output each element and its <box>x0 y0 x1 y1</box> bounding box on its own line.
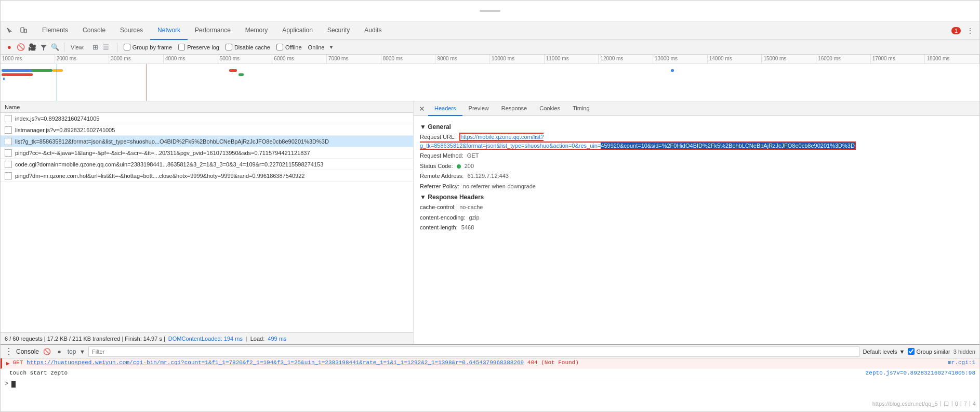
more-options-icon[interactable]: ⋮ <box>965 25 975 36</box>
hidden-count: 3 hidden <box>953 349 975 355</box>
detail-close-button[interactable]: ✕ <box>416 102 428 115</box>
content-encoding-row: content-encoding: gzip <box>420 213 973 222</box>
referrer-policy-label: Referrer Policy: <box>420 183 459 189</box>
cache-control-value: no-cache <box>459 204 483 210</box>
tab-security[interactable]: Security <box>320 21 357 40</box>
remote-address-value: 61.129.7.12:443 <box>467 173 509 179</box>
tab-application[interactable]: Application <box>275 21 320 40</box>
console-filter-input[interactable] <box>88 346 860 357</box>
remote-address-row: Remote Address: 61.129.7.12:443 <box>420 172 973 181</box>
request-icon-6 <box>5 172 12 179</box>
cursor-icon[interactable] <box>5 25 15 36</box>
content-encoding-value: gzip <box>469 214 480 221</box>
response-headers-section: ▼ Response Headers <box>420 194 973 201</box>
detail-panel: ✕ Headers Preview Response Cookies Timin… <box>414 101 979 344</box>
request-name-6: pingd?dm=m.qzone.com.hot&url=list&tt=-&h… <box>15 173 304 179</box>
console-row-error: ▶ GET https://huatuospeed.weiyun.com/cgi… <box>1 358 979 369</box>
remote-address-label: Remote Address: <box>420 173 463 179</box>
tab-memory[interactable]: Memory <box>238 21 275 40</box>
watermark: https://blog.csdn.net/qq_5丨口丨0丨7丨4 <box>872 400 976 408</box>
request-icon-3 <box>5 138 12 145</box>
request-row-6[interactable]: pingd?dm=m.qzone.com.hot&url=list&tt=-&h… <box>1 170 413 182</box>
dom-content-loaded-value: 194 ms <box>224 336 243 342</box>
console-levels-arrow[interactable]: ▼ <box>899 349 905 355</box>
load-marker <box>146 64 147 101</box>
clear-button[interactable]: 🚫 <box>16 43 25 52</box>
console-error-link[interactable]: https://huatuospeed.weiyun.com/cgi-bin/m… <box>27 359 524 366</box>
group-similar-checkbox[interactable]: Group similar <box>908 348 950 355</box>
view-toggle: ⊞ ☰ <box>91 43 111 52</box>
timeline-ruler: 1000 ms 2000 ms 3000 ms 4000 ms 5000 ms … <box>1 55 979 64</box>
toolbar-separator-1 <box>64 43 64 52</box>
resize-handle[interactable] <box>480 10 500 12</box>
detail-tab-headers[interactable]: Headers <box>428 101 462 116</box>
console-clear-button[interactable]: 🚫 <box>42 347 51 356</box>
toolbar-separator-2 <box>117 43 117 52</box>
request-rows: index.js?v=0.8928321602741005 listmanage… <box>1 113 413 332</box>
group-by-frame-checkbox[interactable]: Group by frame <box>124 44 172 50</box>
camera-button[interactable]: 🎥 <box>28 43 37 52</box>
console-levels: Default levels ▼ <box>863 349 905 355</box>
dom-content-loaded-link[interactable]: DOMContentLoaded: 194 ms <box>168 336 243 342</box>
load-value-link[interactable]: 499 ms <box>268 336 286 342</box>
filter-button[interactable] <box>39 43 48 52</box>
disable-cache-checkbox[interactable]: Disable cache <box>226 44 270 50</box>
error-badge: 1 <box>951 27 961 34</box>
status-code-label: Status Code: <box>420 163 453 169</box>
tab-console[interactable]: Console <box>75 21 113 40</box>
device-toolbar-icon[interactable] <box>18 25 29 36</box>
general-section-header: ▼ General <box>420 123 973 131</box>
tab-bar-icons <box>5 25 29 36</box>
tab-bar: Elements Console Sources Network Perform… <box>1 21 979 40</box>
console-cursor <box>11 381 16 388</box>
tick-6000: 6000 ms <box>272 55 327 63</box>
devtools-root: Elements Console Sources Network Perform… <box>0 0 980 412</box>
offline-checkbox[interactable]: Offline <box>276 44 302 50</box>
request-url-highlighted: 459920&count=10&sid=%2F0HidO4BID%2Fk5%2B… <box>601 143 855 149</box>
detail-tab-timing[interactable]: Timing <box>566 101 596 116</box>
tab-audits[interactable]: Audits <box>357 21 389 40</box>
name-column-header: Name <box>5 104 409 110</box>
dom-content-loaded-marker <box>57 64 57 101</box>
grid-view-button[interactable]: ⊞ <box>91 43 100 52</box>
tab-performance[interactable]: Performance <box>188 21 238 40</box>
throttle-dropdown-arrow[interactable]: ▼ <box>328 44 334 50</box>
record-button[interactable]: ● <box>5 43 14 52</box>
console-top-select: top <box>67 347 76 356</box>
console-input-row: > <box>1 379 979 389</box>
request-name-3: list?g_tk=858635812&format=json&list_typ… <box>15 138 329 145</box>
tab-network[interactable]: Network <box>150 21 188 40</box>
console-dots-menu[interactable]: ⋮ <box>5 346 13 356</box>
tab-elements[interactable]: Elements <box>35 21 75 40</box>
detail-tab-response[interactable]: Response <box>495 101 534 116</box>
console-top-dropdown[interactable]: ▼ <box>80 349 85 355</box>
request-row-2[interactable]: listmanager.js?v=0.8928321602741005 <box>1 124 413 136</box>
request-row-1[interactable]: index.js?v=0.8928321602741005 <box>1 113 413 124</box>
svg-marker-2 <box>41 45 47 50</box>
request-row-4[interactable]: pingd?cc=-&ct=-&java=1&lang=-&pf=-&scl=-… <box>1 147 413 159</box>
request-icon-5 <box>5 161 12 168</box>
tab-sources[interactable]: Sources <box>113 21 150 40</box>
console-record-button[interactable]: ● <box>55 347 64 356</box>
request-row-3[interactable]: list?g_tk=858635812&format=json&list_typ… <box>1 136 413 147</box>
request-method-label: Request Method: <box>420 152 463 159</box>
referrer-policy-row: Referrer Policy: no-referrer-when-downgr… <box>420 182 973 191</box>
console-area: ⋮ Console 🚫 ● top ▼ Default levels ▼ Gro… <box>1 344 979 411</box>
tick-9000: 9000 ms <box>435 55 490 63</box>
timeline-bar-6 <box>229 69 237 72</box>
preserve-log-checkbox[interactable]: Preserve log <box>178 44 219 50</box>
search-button[interactable]: 🔍 <box>50 43 60 52</box>
timeline-bars <box>1 64 979 101</box>
referrer-policy-value: no-referrer-when-downgrade <box>463 183 536 189</box>
request-row-5[interactable]: code.cgi?domain=mobile.qzone.qq.com&uin=… <box>1 159 413 170</box>
request-icon-4 <box>5 149 12 157</box>
list-view-button[interactable]: ☰ <box>101 43 111 52</box>
tick-16000: 16000 ms <box>816 55 871 63</box>
tick-4000: 4000 ms <box>164 55 218 63</box>
status-dot <box>457 164 461 169</box>
console-toolbar: ⋮ Console 🚫 ● top ▼ Default levels ▼ Gro… <box>1 345 979 358</box>
detail-tab-preview[interactable]: Preview <box>462 101 495 116</box>
detail-tab-cookies[interactable]: Cookies <box>533 101 566 116</box>
request-name-2: listmanager.js?v=0.8928321602741005 <box>15 127 115 133</box>
status-bar: 6 / 60 requests | 17.2 KB / 211 KB trans… <box>1 332 413 344</box>
